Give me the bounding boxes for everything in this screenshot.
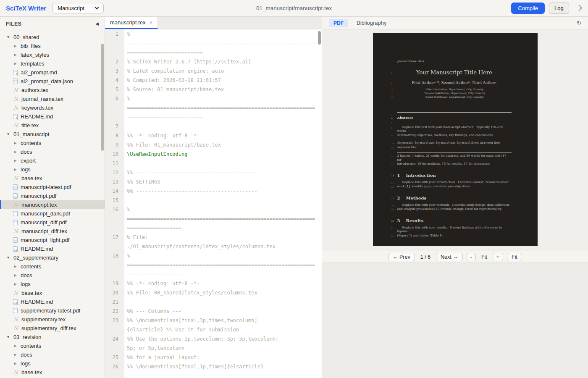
- file-tree-item-journal-name-tex[interactable]: Njournal_name.tex: [0, 94, 105, 103]
- code-line[interactable]: 13%% SETTINGS: [105, 177, 322, 186]
- code-line[interactable]: 9%% File: 01_manuscript/base.tex: [105, 140, 322, 150]
- code-line[interactable]: 1%: [105, 29, 322, 39]
- tab-pdf[interactable]: PDF: [329, 19, 348, 27]
- code-line[interactable]: 26%% \documentclass[final,1p,times]{elsa…: [105, 362, 322, 371]
- file-tree-item-readme-md[interactable]: README.md: [0, 297, 105, 306]
- file-tree-item-manuscript-tex[interactable]: Nmanuscript.tex: [0, 200, 105, 209]
- file-tree-item-templates[interactable]: ▶templates: [0, 59, 105, 68]
- file-tree-item-03-revision[interactable]: ▼03_revision: [0, 333, 105, 341]
- code-line[interactable]: 11: [105, 159, 322, 168]
- code-line[interactable]: 16%: [105, 205, 322, 214]
- code-line[interactable]: 7: [105, 122, 322, 131]
- collapse-sidebar-icon[interactable]: ◀: [95, 21, 99, 26]
- file-tree-item-readme-md[interactable]: README.md: [0, 244, 105, 253]
- file-tree-item-logs[interactable]: ▶logs: [0, 280, 105, 289]
- file-tree-item-docs[interactable]: ▶docs: [0, 271, 105, 280]
- file-tree-item-contents[interactable]: ▶contents: [0, 262, 105, 271]
- editor-scrollbar[interactable]: [318, 31, 321, 45]
- file-tree-item-export[interactable]: ▶export: [0, 156, 105, 165]
- code-line[interactable]: =========================: [105, 113, 322, 122]
- file-tree-item-02-supplementary[interactable]: ▼02_supplementary: [0, 253, 105, 262]
- code-line[interactable]: 4% Compiled: 2026-02-18 21:01:57: [105, 76, 322, 85]
- file-tree-item-title-tex[interactable]: Ntitle.tex: [0, 121, 105, 130]
- code-line[interactable]: 24%% Use the options 1p,twocolumn; 3p; 3…: [105, 334, 322, 344]
- code-line[interactable]: 6%: [105, 94, 322, 103]
- tab-manuscript-tex[interactable]: manuscript.tex ×: [105, 17, 158, 29]
- code-line[interactable]: ./01_manuscript/contents/latex_styles/co…: [105, 242, 322, 251]
- zoom-in-button[interactable]: +: [493, 253, 503, 261]
- code-line[interactable]: 25%% for a journal layout:: [105, 353, 322, 362]
- code-line[interactable]: ========================================…: [105, 103, 322, 113]
- code-line[interactable]: {elsarticle} %% Use it for submission: [105, 325, 322, 334]
- code-line[interactable]: 19%% -*- coding: utf-8 -*-: [105, 279, 322, 288]
- file-tree-item-base-tex[interactable]: Nbase.tex: [0, 289, 105, 297]
- prev-page-button[interactable]: ← Prev: [388, 253, 415, 261]
- file-tree-item-logs[interactable]: ▶logs: [0, 165, 105, 174]
- sidebar-scrollbar[interactable]: [101, 44, 104, 151]
- file-tree-item-label: manuscript-latest.pdf: [21, 184, 71, 190]
- close-tab-icon[interactable]: ×: [150, 19, 153, 26]
- code-line[interactable]: 3% LaTeX compilation engine: auto: [105, 66, 322, 76]
- file-tree-item-manuscript-diff-tex[interactable]: Nmanuscript_diff.tex: [0, 227, 105, 236]
- code-line[interactable]: ========================================…: [105, 214, 322, 223]
- code-line[interactable]: =========================: [105, 48, 322, 57]
- file-tree-item-docs[interactable]: ▶docs: [0, 147, 105, 156]
- code-line[interactable]: 18%: [105, 251, 322, 260]
- line-number: [105, 260, 124, 270]
- code-line[interactable]: ==================: [105, 223, 322, 233]
- file-tree-item-base-tex[interactable]: Nbase.tex: [0, 174, 105, 183]
- file-tree-item-contents[interactable]: ▶contents: [0, 139, 105, 147]
- code-line[interactable]: ========================================…: [105, 260, 322, 270]
- code-line[interactable]: 8%% -*- coding: utf-8 -*-: [105, 131, 322, 140]
- code-area[interactable]: 1%======================================…: [105, 29, 322, 378]
- code-line[interactable]: 5p; or 5p,twocolumn: [105, 344, 322, 353]
- file-tree-item-00-shared[interactable]: ▼00_shared: [0, 33, 105, 42]
- log-button[interactable]: Log: [549, 3, 569, 14]
- folder-collapsed-icon: ▶: [13, 362, 18, 365]
- file-tree-item-docs[interactable]: ▶docs: [0, 350, 105, 359]
- file-tree-item-ai2-prompt-data-json[interactable]: ai2_prompt_data.json: [0, 77, 105, 86]
- compile-button[interactable]: Compile: [511, 3, 545, 14]
- code-line[interactable]: 15: [105, 196, 322, 205]
- pdf-line: 22(Figure 1) and tables (Table 1).: [391, 234, 512, 239]
- file-tree-item-manuscript-dark-pdf[interactable]: manuscript_dark.pdf: [0, 209, 105, 218]
- file-tree-item-ai2-prompt-md[interactable]: ai2_prompt.md: [0, 68, 105, 77]
- preview-panel: PDF Bibliography ↻ Journal Name Here1You…: [322, 17, 588, 378]
- code-line[interactable]: ========================================…: [105, 39, 322, 48]
- file-tree-item-readme-md[interactable]: README.md: [0, 112, 105, 121]
- code-text: %% -------------------------------------…: [124, 168, 322, 177]
- code-line[interactable]: 21: [105, 297, 322, 307]
- file-tree-item-supplementary-tex[interactable]: Nsupplementary.tex: [0, 315, 105, 324]
- code-line[interactable]: 17% File:: [105, 233, 322, 242]
- file-tree-item-manuscript-diff-pdf[interactable]: manuscript_diff.pdf: [0, 218, 105, 227]
- fit-button[interactable]: Fit: [507, 253, 522, 261]
- tab-bibliography[interactable]: Bibliography: [357, 20, 387, 26]
- code-line[interactable]: 14%% -----------------------------------…: [105, 186, 322, 196]
- code-line[interactable]: 5% Source: 01_manuscript/base.tex: [105, 85, 322, 94]
- code-line[interactable]: ==================: [105, 270, 322, 279]
- file-tree-item-manuscript-pdf[interactable]: manuscript.pdf: [0, 192, 105, 200]
- file-tree-item-manuscript-latest-pdf[interactable]: manuscript-latest.pdf: [0, 183, 105, 192]
- refresh-icon[interactable]: ↻: [577, 20, 581, 26]
- file-tree-item-authors-tex[interactable]: Nauthors.tex: [0, 86, 105, 94]
- file-tree-item-manuscript-light-pdf[interactable]: manuscript_light.pdf: [0, 236, 105, 244]
- code-line[interactable]: 10\UseRawInputEncoding: [105, 150, 322, 159]
- file-tree-item-keywords-tex[interactable]: Nkeywords.tex: [0, 103, 105, 112]
- file-tree-item-logs[interactable]: ▶logs: [0, 359, 105, 368]
- code-line[interactable]: 2% SciTeX Writer 2.6.7 (https://scitex.a…: [105, 57, 322, 66]
- document-select-dropdown[interactable]: Manuscript: [52, 3, 104, 13]
- file-tree-item-supplementary-diff-tex[interactable]: Nsupplementary_diff.tex: [0, 324, 105, 333]
- code-line[interactable]: 23%% \documentclass[final,3p,times,twoco…: [105, 316, 322, 325]
- code-line[interactable]: 22%% --- Columns ---: [105, 307, 322, 316]
- file-tree-item-base-tex[interactable]: Nbase.tex: [0, 368, 105, 377]
- file-tree-item-supplementary-latest-pdf[interactable]: supplementary-latest.pdf: [0, 306, 105, 315]
- file-tree-item-latex-styles[interactable]: ▶latex_styles: [0, 50, 105, 59]
- file-tree-item-01-manuscript[interactable]: ▼01_manuscript: [0, 130, 105, 139]
- theme-toggle-moon-icon[interactable]: ☽: [576, 4, 582, 13]
- file-tree-item-contents[interactable]: ▶contents: [0, 341, 105, 350]
- code-line[interactable]: 12%% -----------------------------------…: [105, 168, 322, 177]
- file-tree-item-bib-files[interactable]: ▶bib_files: [0, 42, 105, 50]
- code-line[interactable]: 20%% File: 00_shared/latex_styles/column…: [105, 288, 322, 297]
- zoom-out-button[interactable]: -: [467, 253, 476, 261]
- next-page-button[interactable]: Next →: [436, 253, 463, 261]
